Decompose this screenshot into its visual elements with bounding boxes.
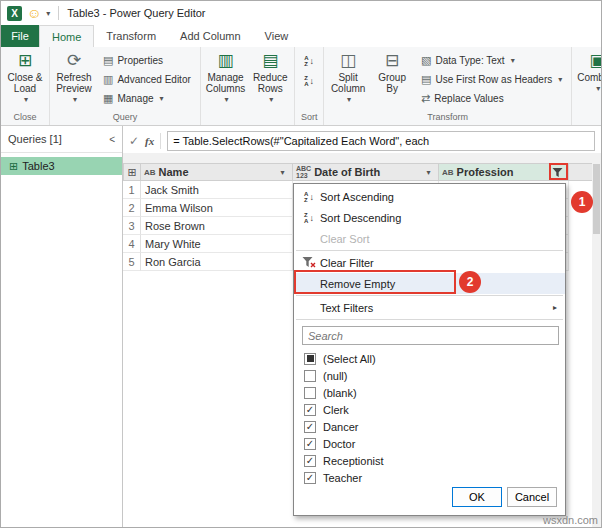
filter-option-doctor[interactable]: Doctor [304, 435, 555, 452]
combine-icon: ▣ [589, 52, 602, 72]
manage-columns-button[interactable]: ▥ Manage Columns▾ [204, 49, 247, 109]
advanced-editor-button[interactable]: ▥ Advanced Editor [99, 70, 195, 88]
titlebar: X ☺ ▾ Table3 - Power Query Editor [1, 1, 601, 25]
collapse-pane-button[interactable]: < [109, 134, 115, 145]
tab-add-column[interactable]: Add Column [168, 25, 253, 47]
filter-option-teacher[interactable]: Teacher [304, 469, 555, 486]
sort-ascending-icon: A Z↓ [298, 191, 320, 203]
down-arrow-icon: ↓ [310, 76, 315, 86]
column-header-date-of-birth[interactable]: ABC 123 Date of Birth ▾ [293, 163, 439, 181]
close-load-label: Close & Load [7, 72, 42, 94]
smiley-feedback-icon[interactable]: ☺ [27, 6, 41, 20]
reduce-rows-icon: ▤ [262, 52, 278, 72]
queries-header-label: Queries [1] [8, 133, 62, 145]
select-all-corner-button[interactable]: ⊞ [123, 163, 141, 181]
menu-item-sort-ascending[interactable]: A Z↓ Sort Ascending [294, 186, 565, 207]
watermark: wsxdn.com [543, 514, 598, 526]
tab-view[interactable]: View [253, 25, 301, 47]
cell-name[interactable]: Jack Smith [141, 181, 293, 199]
filter-value-list: (Select All) (null) (blank) Clerk Dancer… [304, 350, 555, 486]
ribbon-group-close: ⊞ Close & Load▾ Close [1, 47, 50, 125]
menu-item-text-filters[interactable]: Text Filters ▸ [294, 297, 565, 318]
manage-button[interactable]: ▦ Manage ▾ [99, 89, 195, 107]
clear-filter-icon [298, 256, 320, 269]
cancel-button[interactable]: Cancel [507, 487, 557, 507]
filter-option-label: (blank) [323, 387, 357, 399]
split-column-icon: ◫ [340, 52, 356, 72]
filter-menu-buttons: OK Cancel [452, 487, 557, 507]
titlebar-divider [58, 6, 59, 20]
filter-option-label: Dancer [323, 421, 358, 433]
sort-ascending-icon: A Z [304, 55, 308, 67]
manage-icon: ▦ [103, 93, 113, 104]
menu-item-label: Text Filters [320, 302, 553, 314]
data-type-button[interactable]: ▧ Data Type: Text ▾ [417, 51, 566, 69]
tab-home[interactable]: Home [39, 25, 94, 47]
sort-descending-button[interactable]: Z A ↓ [302, 73, 316, 89]
filter-option-clerk[interactable]: Clerk [304, 401, 555, 418]
scrollbar-thumb[interactable] [593, 164, 600, 234]
ribbon-tab-row: File Home Transform Add Column View [1, 25, 601, 47]
vertical-scrollbar[interactable] [592, 163, 601, 527]
reduce-rows-button[interactable]: ▤ Reduce Rows▾ [249, 49, 291, 109]
split-column-button[interactable]: ◫ Split Column▾ [327, 49, 369, 109]
filter-option-select-all[interactable]: (Select All) [304, 350, 555, 367]
tab-transform[interactable]: Transform [94, 25, 168, 47]
group-by-button[interactable]: ⊟ Group By [371, 49, 413, 109]
checkbox-icon [304, 438, 316, 450]
replace-values-icon: ⇄ [421, 93, 430, 104]
formula-bar-divider [160, 133, 161, 149]
down-arrow-icon: ↓ [310, 56, 315, 66]
fx-icon[interactable]: fx [145, 135, 154, 147]
cell-name[interactable]: Ron Garcia [141, 253, 293, 271]
filter-search-input[interactable] [302, 326, 559, 345]
ok-button[interactable]: OK [452, 487, 502, 507]
az-letters: Z A [304, 212, 308, 224]
formula-input[interactable] [167, 131, 595, 151]
text-type-icon: AB [144, 169, 156, 176]
sort-descending-icon: Z A↓ [298, 212, 320, 224]
ribbon-group-transform: ◫ Split Column▾ ⊟ Group By ▧ Data Type: … [324, 47, 572, 125]
replace-values-button[interactable]: ⇄ Replace Values [417, 89, 566, 107]
menu-separator [296, 319, 563, 320]
combine-button[interactable]: ▣ Combine▾ [575, 49, 602, 109]
menu-item-clear-sort: Clear Sort [294, 228, 565, 249]
menu-item-clear-filter[interactable]: Clear Filter [294, 252, 565, 273]
cell-name[interactable]: Mary White [141, 235, 293, 253]
quick-access-caret-icon[interactable]: ▾ [46, 9, 50, 18]
cell-name[interactable]: Emma Wilson [141, 199, 293, 217]
column-header-name[interactable]: AB Name ▾ [141, 163, 293, 181]
menu-item-remove-empty[interactable]: Remove Empty [294, 273, 565, 294]
group-label-transform: Transform [324, 111, 571, 125]
filter-option-null[interactable]: (null) [304, 367, 555, 384]
filter-option-dancer[interactable]: Dancer [304, 418, 555, 435]
query-item-table3[interactable]: ⊞ Table3 [1, 157, 122, 175]
refresh-preview-button[interactable]: ⟳ Refresh Preview▾ [53, 49, 95, 109]
ribbon-group-columns-rows: ▥ Manage Columns▾ ▤ Reduce Rows▾ [201, 47, 295, 125]
cell-name[interactable]: Rose Brown [141, 217, 293, 235]
column-dropdown-icon[interactable]: ▾ [422, 168, 435, 177]
manage-columns-label: Manage Columns [206, 72, 245, 94]
column-header-profession[interactable]: AB Profession [439, 163, 569, 181]
menu-item-sort-descending[interactable]: Z A↓ Sort Descending [294, 207, 565, 228]
group-by-label: Group By [378, 72, 406, 94]
profession-filter-icon[interactable] [550, 165, 565, 179]
checkbox-icon [304, 387, 316, 399]
checkbox-icon [304, 353, 316, 365]
filter-option-receptionist[interactable]: Receptionist [304, 452, 555, 469]
filter-option-blank[interactable]: (blank) [304, 384, 555, 401]
ribbon: ⊞ Close & Load▾ Close ⟳ Refresh Preview▾… [1, 47, 601, 126]
use-first-row-as-headers-button[interactable]: ▤ Use First Row as Headers ▾ [417, 70, 566, 88]
row-number: 4 [123, 235, 141, 253]
properties-button[interactable]: ▤ Properties [99, 51, 195, 69]
sort-ascending-button[interactable]: A Z ↓ [302, 53, 316, 69]
menu-item-label: Clear Sort [320, 233, 557, 245]
menu-item-label: Remove Empty [320, 278, 557, 290]
combine-label: Combine [577, 72, 602, 83]
column-dropdown-icon[interactable]: ▾ [276, 168, 289, 177]
queries-pane: Queries [1] < ⊞ Table3 [1, 126, 123, 527]
checkbox-icon [304, 421, 316, 433]
tab-file[interactable]: File [1, 25, 39, 47]
commit-check-icon[interactable]: ✓ [129, 134, 139, 148]
close-and-load-button[interactable]: ⊞ Close & Load▾ [4, 49, 46, 109]
